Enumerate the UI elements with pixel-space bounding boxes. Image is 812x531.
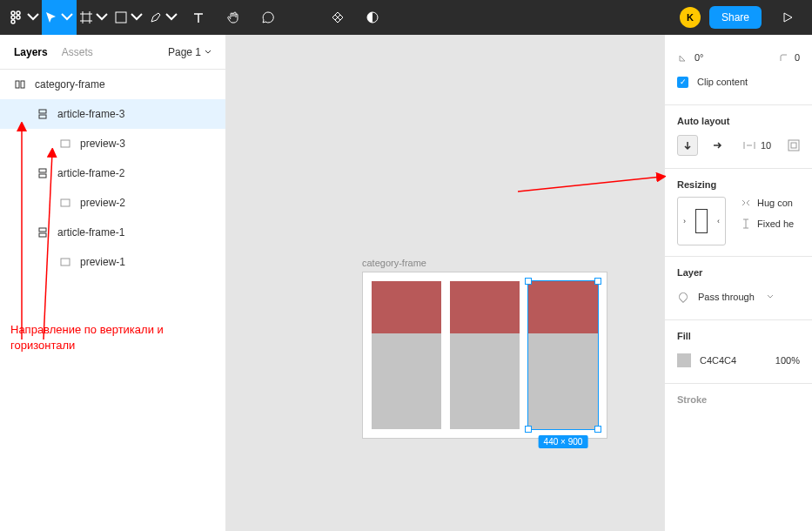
layer-section-title: Layer (677, 267, 800, 278)
svg-point-2 (11, 16, 15, 19)
svg-rect-8 (21, 81, 24, 88)
svg-rect-5 (116, 12, 126, 23)
svg-point-3 (17, 16, 20, 19)
mask-tool[interactable] (355, 0, 390, 35)
canvas-article-2[interactable] (450, 281, 520, 429)
selection-handle[interactable] (594, 278, 601, 285)
svg-rect-7 (16, 81, 19, 88)
layer-name: category-frame (35, 78, 105, 91)
tab-assets[interactable]: Assets (62, 46, 93, 58)
component-tool[interactable] (320, 0, 355, 35)
shape-tool[interactable] (111, 0, 146, 35)
direction-vertical-button[interactable] (677, 135, 698, 156)
corner-icon (777, 51, 789, 64)
layer-type-icon (37, 108, 49, 120)
move-tool[interactable] (42, 0, 77, 35)
corner-radius-input[interactable]: 0 (777, 51, 800, 64)
selection-handle[interactable] (525, 278, 532, 285)
layer-name: preview-3 (80, 138, 125, 150)
canvas-article-1[interactable] (372, 281, 441, 429)
hug-icon (740, 197, 752, 209)
canvas-preview-3[interactable] (528, 281, 598, 333)
share-button[interactable]: Share (709, 6, 762, 29)
canvas-article-3[interactable]: 440 × 900 (528, 281, 598, 429)
resize-horizontal[interactable]: Hug con (740, 197, 794, 209)
blend-icon (677, 291, 689, 303)
stroke-section-title: Stroke (677, 394, 800, 405)
canvas-frame-label[interactable]: category-frame (362, 258, 426, 268)
spacing-input[interactable]: 10 (743, 139, 771, 151)
comment-tool[interactable] (251, 0, 285, 35)
blend-mode-select[interactable]: Pass through (677, 285, 800, 309)
annotation-arrow-3 (513, 170, 666, 196)
canvas-category-frame[interactable]: 440 × 900 (362, 272, 607, 439)
svg-rect-19 (791, 143, 796, 148)
svg-point-1 (17, 11, 20, 15)
selection-handle[interactable] (525, 426, 532, 433)
hand-tool[interactable] (216, 0, 251, 35)
canvas-preview-1[interactable] (372, 281, 441, 333)
avatar[interactable]: K (680, 7, 701, 28)
layers-panel: Layers Assets Page 1 category-frameartic… (0, 35, 226, 531)
direction-horizontal-button[interactable] (707, 135, 728, 156)
size-badge: 440 × 900 (539, 435, 588, 448)
properties-panel: 0° 0 ✓ Clip content Auto layout (664, 35, 812, 531)
selection-handle[interactable] (594, 426, 601, 433)
canvas-preview-2[interactable] (450, 281, 520, 333)
annotation-text: Направление по вертикали и горизонтали (10, 322, 211, 353)
svg-rect-18 (789, 140, 799, 151)
canvas[interactable]: category-frame 440 × 900 (226, 35, 664, 531)
clip-content-checkbox[interactable]: ✓ (677, 77, 688, 88)
layer-name: preview-1 (80, 256, 125, 268)
page-selector[interactable]: Page 1 (168, 46, 211, 58)
tab-layers[interactable]: Layers (14, 46, 48, 58)
resize-vertical[interactable]: Fixed he (740, 218, 794, 230)
fill-section-title: Fill (677, 331, 800, 341)
fill-color-row[interactable]: C4C4C4 100% (677, 348, 800, 373)
rotation-input[interactable]: 0° (677, 51, 704, 64)
svg-rect-9 (39, 110, 46, 113)
svg-rect-11 (61, 140, 70, 147)
svg-rect-10 (39, 115, 46, 118)
frame-tool[interactable] (77, 0, 111, 35)
layer-type-icon (14, 78, 26, 91)
resizing-title: Resizing (677, 179, 800, 190)
layer-name: preview-2 (80, 197, 125, 209)
pen-tool[interactable] (146, 0, 181, 35)
figma-menu-button[interactable] (7, 0, 42, 35)
text-tool[interactable] (181, 0, 216, 35)
angle-icon (677, 51, 689, 64)
layer-row[interactable]: category-frame (0, 70, 225, 99)
svg-point-4 (11, 20, 15, 24)
present-button[interactable] (770, 0, 805, 35)
auto-layout-title: Auto layout (677, 116, 800, 126)
fixed-icon (740, 218, 752, 230)
annotation-arrow-1 (9, 122, 35, 339)
spacing-icon (743, 139, 755, 151)
padding-icon[interactable] (788, 139, 800, 151)
top-toolbar: K Share (0, 0, 812, 35)
annotation-arrow-2 (35, 148, 70, 339)
fill-swatch[interactable] (677, 353, 691, 367)
svg-point-0 (11, 11, 15, 15)
layer-name: article-frame-3 (57, 108, 124, 120)
resize-control[interactable]: › ‹ (677, 197, 726, 245)
clip-content-label: Clip content (697, 77, 748, 87)
